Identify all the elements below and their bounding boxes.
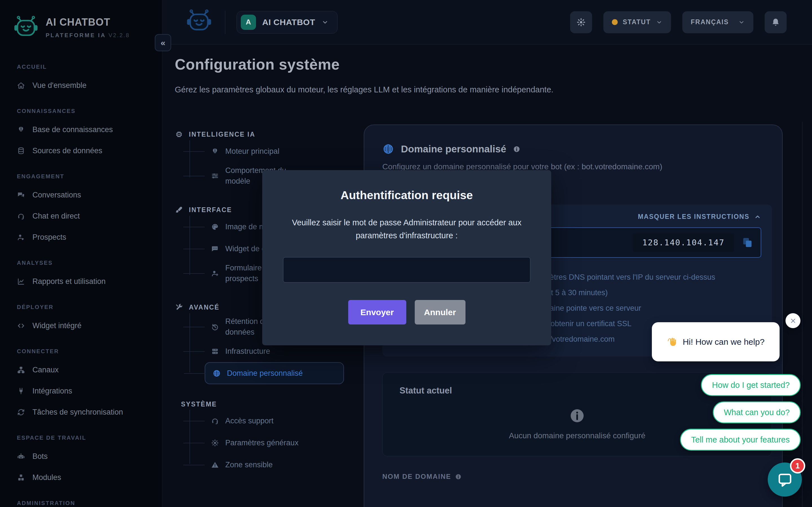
settings-item-label: Zone sensible xyxy=(225,459,273,470)
cancel-button[interactable]: Annuler xyxy=(415,300,465,325)
warning-icon xyxy=(211,461,219,469)
settings-button[interactable] xyxy=(570,11,592,33)
globe-icon xyxy=(213,369,221,378)
sidebar-section-accueil: ACCUEIL xyxy=(17,64,154,71)
sidebar-item-widget-integre[interactable]: Widget intégré xyxy=(17,315,154,336)
sidebar-item-integrations[interactable]: Intégrations xyxy=(17,381,154,402)
quick-reply-features[interactable]: Tell me about your features xyxy=(680,429,801,451)
sidebar-item-rapports[interactable]: Rapports et utilisation xyxy=(17,271,154,292)
hide-instructions-label: MASQUER LES INSTRUCTIONS xyxy=(638,213,749,221)
history-icon xyxy=(211,323,219,331)
unread-badge: 1 xyxy=(790,458,805,473)
sidebar-item-label: Conversations xyxy=(33,191,81,200)
user-tag-icon xyxy=(17,233,25,241)
sidebar-item-label: Modules xyxy=(33,473,61,482)
chat-greeting-text: Hi! How can we help? xyxy=(682,337,764,347)
submit-button[interactable]: Envoyer xyxy=(348,300,406,325)
chat-greeting-bubble[interactable]: Hi! How can we help? xyxy=(652,322,779,361)
sidebar-item-conversations[interactable]: Conversations xyxy=(17,184,154,206)
sidebar-section-analyses: ANALYSES xyxy=(17,260,154,267)
sidebar-item-label: Sources de données xyxy=(33,147,102,155)
sidebar-item-vue-densemble[interactable]: Vue d'ensemble xyxy=(17,75,154,96)
chat-close-button[interactable] xyxy=(785,313,801,328)
settings-group-label: INTELLIGENCE IA xyxy=(189,131,255,138)
settings-item-label: Infrastructure xyxy=(225,346,270,356)
close-icon xyxy=(790,318,797,324)
chat-bubbles-icon xyxy=(17,191,25,199)
notifications-button[interactable] xyxy=(765,11,786,33)
sidebar-item-label: Vue d'ensemble xyxy=(33,81,87,90)
brand-version: V2.2.8 xyxy=(109,32,130,38)
sidebar-item-label: Rapports et utilisation xyxy=(33,277,106,286)
settings-item-acces-support[interactable]: Accès support xyxy=(205,410,344,432)
info-icon[interactable] xyxy=(455,473,462,480)
bot-switcher[interactable]: A AI CHATBOT xyxy=(237,11,338,34)
sidebar-item-label: Intégrations xyxy=(33,387,72,395)
gear-icon xyxy=(576,17,586,27)
home-icon xyxy=(17,81,25,90)
sidebar-item-label: Widget intégré xyxy=(33,321,82,330)
sidebar-item-chat-en-direct[interactable]: Chat en direct xyxy=(17,206,154,227)
sync-icon xyxy=(17,408,25,416)
settings-item-label: Accès support xyxy=(225,415,273,426)
status-dropdown[interactable]: STATUT xyxy=(603,11,671,33)
sidebar-item-modules[interactable]: Modules xyxy=(17,467,154,488)
info-icon[interactable] xyxy=(513,145,520,153)
copy-icon[interactable] xyxy=(742,237,753,248)
server-icon xyxy=(211,347,219,355)
bot-switcher-label: AI CHATBOT xyxy=(262,17,315,27)
sidebar-item-base-de-connaissances[interactable]: Base de connaissances xyxy=(17,119,154,140)
chat-bubble-icon xyxy=(211,245,219,253)
settings-item-moteur-principal[interactable]: Moteur principal xyxy=(205,140,344,162)
chip-icon xyxy=(175,130,183,138)
page-subtitle: Gérez les paramètres globaux du moteur, … xyxy=(175,85,553,94)
settings-item-parametres-generaux[interactable]: Paramètres généraux xyxy=(205,432,344,454)
chat-icon xyxy=(776,471,794,488)
robot-logo-icon xyxy=(12,15,40,42)
quick-reply-what-can-you-do[interactable]: What can you do? xyxy=(713,401,801,424)
bell-icon xyxy=(771,17,780,27)
brand-subtitle: PLATEFORME IA V2.2.8 xyxy=(46,32,130,39)
chevron-down-icon xyxy=(738,19,745,25)
sidebar-section-connecter: CONNECTER xyxy=(17,348,154,355)
sidebar-item-taches-sync[interactable]: Tâches de synchronisation xyxy=(17,402,154,423)
settings-item-label: Domaine personnalisé xyxy=(227,368,303,379)
chat-launcher-button[interactable]: 1 xyxy=(768,462,802,497)
sidebar-section-engagement: ENGAGEMENT xyxy=(17,173,154,180)
tools-icon xyxy=(175,303,183,312)
status-dot xyxy=(612,19,618,25)
page-title: Configuration système xyxy=(175,56,340,73)
palette-icon xyxy=(211,223,219,231)
brand: AI CHATBOT PLATEFORME IA V2.2.8 xyxy=(0,15,162,42)
brand-title: AI CHATBOT xyxy=(46,16,130,28)
sidebar-item-canaux[interactable]: Canaux xyxy=(17,359,154,381)
settings-group-label: INTERFACE xyxy=(189,206,232,214)
sidebar-item-sources-de-donnees[interactable]: Sources de données xyxy=(17,140,154,161)
language-label: FRANÇAIS xyxy=(691,18,729,26)
plug-icon xyxy=(17,387,25,395)
panel-title: Domaine personnalisé xyxy=(401,144,506,155)
sidebar-section-connaissances: CONNAISSANCES xyxy=(17,108,154,115)
bot-avatar: A xyxy=(241,15,256,30)
sidebar-item-prospects[interactable]: Prospects xyxy=(17,227,154,248)
gear-icon xyxy=(211,439,219,447)
settings-item-zone-sensible[interactable]: Zone sensible xyxy=(205,454,344,476)
admin-password-input[interactable] xyxy=(283,257,530,283)
robot-icon xyxy=(17,452,25,460)
sidebar-item-label: Chat en direct xyxy=(33,212,80,221)
auth-modal-message: Veuillez saisir le mot de passe Administ… xyxy=(283,216,530,242)
chevron-down-icon xyxy=(656,19,663,25)
quick-reply-get-started[interactable]: How do I get started? xyxy=(701,374,801,396)
waving-hand-icon xyxy=(667,337,677,347)
settings-group-label: SYSTÈME xyxy=(181,400,217,408)
sidebar-collapse-button[interactable]: « xyxy=(155,34,171,51)
settings-item-label: Paramètres généraux xyxy=(225,438,299,448)
sidebar: AI CHATBOT PLATEFORME IA V2.2.8 ACCUEIL … xyxy=(0,0,162,507)
user-plus-icon xyxy=(211,269,219,277)
language-dropdown[interactable]: FRANÇAIS xyxy=(682,11,753,33)
sliders-icon xyxy=(211,172,219,180)
settings-item-domaine-personnalise[interactable]: Domaine personnalisé xyxy=(205,362,344,384)
sidebar-item-label: Bots xyxy=(33,452,48,461)
sidebar-item-bots[interactable]: Bots xyxy=(17,446,154,467)
paintbrush-icon xyxy=(175,206,183,214)
